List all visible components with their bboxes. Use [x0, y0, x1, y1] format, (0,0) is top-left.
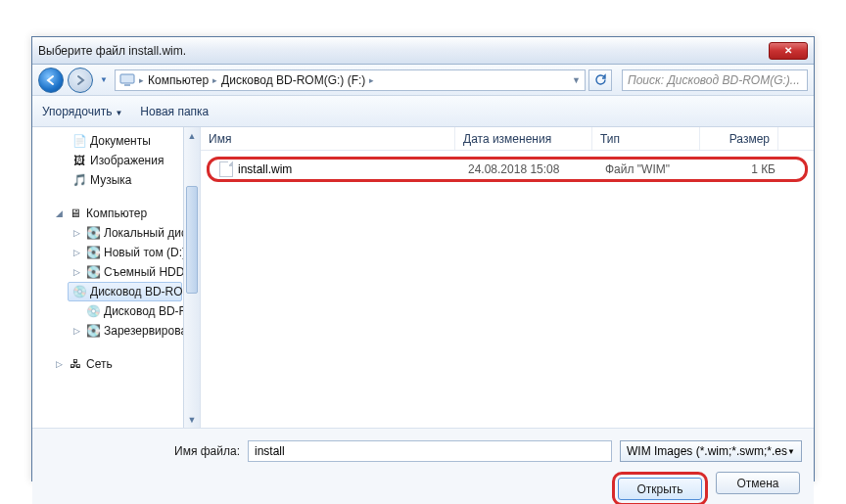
svg-rect-0 — [120, 74, 134, 83]
tree-images[interactable]: 🖼Изображения — [32, 151, 200, 170]
col-date[interactable]: Дата изменения — [455, 127, 592, 150]
col-size[interactable]: Размер — [700, 127, 778, 150]
chevron-down-icon: ▼ — [787, 447, 795, 456]
file-size: 1 КБ — [709, 162, 779, 176]
chevron-right-icon: ▸ — [212, 75, 217, 85]
dialog-footer: Имя файла: install WIM Images (*.wim;*.s… — [32, 428, 814, 504]
tree-network[interactable]: ▷🖧Сеть — [32, 354, 200, 374]
breadcrumb-path[interactable]: Дисковод BD-ROM(G:) (F:) — [221, 73, 365, 87]
toolbar: Упорядочить▼ Новая папка — [32, 96, 814, 127]
cancel-button[interactable]: Отмена — [716, 472, 800, 494]
expand-icon[interactable]: ▷ — [71, 228, 82, 238]
forward-button[interactable] — [68, 68, 93, 93]
expand-icon[interactable]: ▷ — [71, 248, 82, 257]
address-dropdown-icon[interactable]: ▼ — [572, 75, 581, 85]
close-button[interactable]: ✕ — [769, 42, 808, 60]
tree-reserved[interactable]: ▷💽Зарезервирован — [32, 321, 200, 341]
document-icon: 📄 — [71, 133, 87, 149]
svg-rect-1 — [124, 84, 130, 86]
file-list[interactable]: Имя Дата изменения Тип Размер install.wi… — [201, 127, 814, 428]
filename-input[interactable]: install — [248, 440, 612, 462]
titlebar[interactable]: Выберите файл install.wim. ✕ — [32, 37, 814, 65]
drive-icon: 💽 — [85, 323, 101, 339]
tree-computer[interactable]: ◢🖥Компьютер — [32, 204, 200, 223]
drive-icon: 💽 — [85, 264, 101, 280]
new-folder-button[interactable]: Новая папка — [140, 105, 209, 118]
file-icon — [219, 161, 233, 177]
nav-row: ▼ ▸ Компьютер ▸ Дисковод BD-ROM(G:) (F:)… — [32, 65, 814, 96]
address-bar[interactable]: ▸ Компьютер ▸ Дисковод BD-ROM(G:) (F:) ▸… — [115, 69, 586, 91]
file-name: install.wim — [238, 162, 292, 176]
tree-docs[interactable]: 📄Документы — [32, 131, 200, 151]
chevron-right-icon: ▸ — [139, 75, 144, 85]
chevron-right-icon: ▸ — [369, 75, 374, 85]
col-name[interactable]: Имя — [201, 127, 455, 150]
network-icon: 🖧 — [68, 356, 83, 372]
window-title: Выберите файл install.wim. — [38, 44, 769, 58]
filename-label: Имя файла: — [44, 444, 240, 458]
tree-removable-hdd[interactable]: ▷💽Съемный HDD ( — [32, 262, 200, 282]
tree-music[interactable]: 🎵Музыка — [32, 170, 200, 190]
filetype-select[interactable]: WIM Images (*.wim;*.swm;*.esd)▼ — [620, 440, 802, 462]
file-date: 24.08.2018 15:08 — [464, 162, 601, 176]
search-input[interactable]: Поиск: Дисковод BD-ROM(G:)... — [622, 69, 808, 91]
computer-icon — [119, 73, 135, 87]
computer-icon: 🖥 — [68, 206, 83, 221]
scroll-up-icon[interactable]: ▲ — [184, 127, 200, 144]
refresh-button[interactable] — [588, 69, 612, 91]
breadcrumb-root[interactable]: Компьютер — [148, 73, 209, 87]
tree-local-disk[interactable]: ▷💽Локальный диск — [32, 223, 200, 243]
tree-bdrom-selected[interactable]: 💿Дисковод BD-RO — [68, 282, 182, 301]
scroll-thumb[interactable] — [186, 186, 198, 294]
music-icon: 🎵 — [71, 172, 87, 188]
open-file-dialog: Выберите файл install.wim. ✕ ▼ ▸ Компьют… — [31, 36, 815, 481]
tree-scrollbar[interactable]: ▲ ▼ — [183, 127, 200, 428]
disc-icon: 💿 — [85, 303, 101, 319]
collapse-icon[interactable]: ◢ — [54, 208, 65, 218]
organize-menu[interactable]: Упорядочить▼ — [42, 105, 122, 118]
expand-icon[interactable]: ▷ — [54, 359, 65, 369]
file-row-highlighted[interactable]: install.wim 24.08.2018 15:08 Файл "WIM" … — [207, 157, 808, 182]
col-type[interactable]: Тип — [592, 127, 700, 150]
expand-icon[interactable]: ▷ — [71, 267, 82, 277]
drive-icon: 💽 — [85, 225, 101, 241]
disc-icon: 💿 — [72, 284, 87, 299]
images-icon: 🖼 — [71, 153, 87, 168]
nav-history-dropdown[interactable]: ▼ — [97, 70, 111, 90]
folder-tree[interactable]: 📄Документы 🖼Изображения 🎵Музыка ◢🖥Компью… — [32, 127, 201, 428]
back-button[interactable] — [38, 68, 64, 93]
column-headers: Имя Дата изменения Тип Размер — [201, 127, 814, 151]
scroll-down-icon[interactable]: ▼ — [184, 411, 200, 428]
open-button-highlight: Открыть — [612, 472, 708, 504]
file-type: Файл "WIM" — [601, 162, 709, 176]
search-placeholder: Поиск: Дисковод BD-ROM(G:)... — [628, 73, 800, 87]
drive-icon: 💽 — [85, 245, 101, 260]
tree-bdrom-2[interactable]: 💿Дисковод BD-RO — [32, 301, 200, 321]
open-button[interactable]: Открыть — [618, 478, 702, 500]
tree-vol-d[interactable]: ▷💽Новый том (D:) — [32, 243, 200, 262]
expand-icon[interactable]: ▷ — [71, 326, 82, 336]
